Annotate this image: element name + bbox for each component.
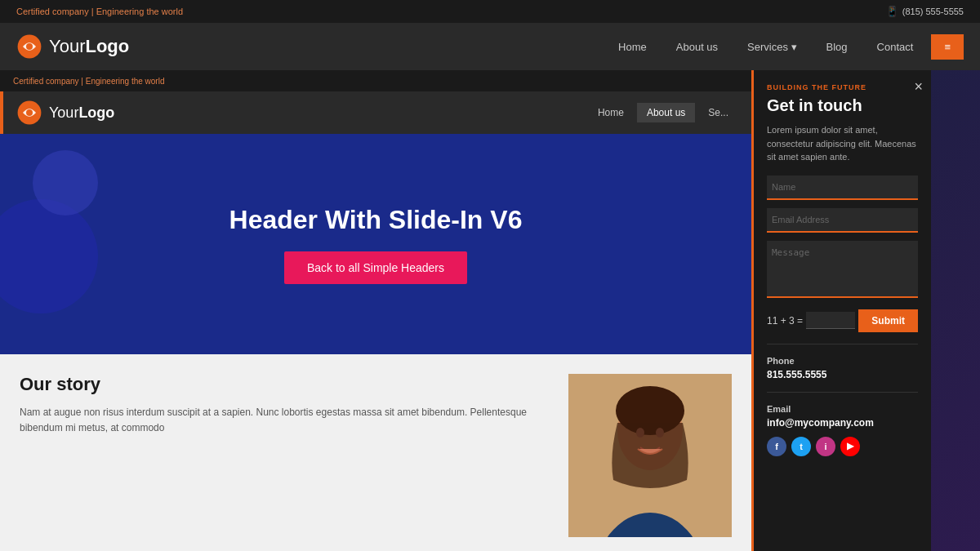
inner-logo[interactable]: YourLogo	[16, 100, 114, 126]
panel-description: Lorem ipsum dolor sit amet, consectetur …	[767, 123, 918, 164]
email-input[interactable]	[767, 208, 918, 233]
inner-company-text: Certified company | Engineering the worl…	[13, 77, 164, 86]
outer-phone: 📱 (815) 555-5555	[886, 6, 964, 17]
hero-cta-button[interactable]: Back to all Simple Headers	[284, 251, 467, 284]
outer-logo-text: YourLogo	[49, 36, 129, 57]
captcha-row: 11 + 3 = Submit	[767, 309, 918, 332]
phone-value: 815.555.5555	[767, 369, 918, 380]
content-title: Our story	[20, 374, 552, 395]
panel-close-button[interactable]: ×	[914, 78, 923, 96]
email-label: Email	[767, 404, 918, 414]
slide-in-panel: × BUILDING THE FUTURE Get in touch Lorem…	[751, 70, 931, 551]
name-input[interactable]	[767, 176, 918, 200]
inner-nav-about[interactable]: About us	[637, 103, 695, 122]
inner-nav-services[interactable]: Se...	[698, 103, 738, 122]
outer-nav-blog[interactable]: Blog	[815, 36, 859, 58]
outer-nav-services[interactable]: Services ▾	[736, 36, 808, 58]
outer-nav-bar: YourLogo Home About us Services ▾ Blog C…	[0, 23, 980, 70]
outer-nav-cta[interactable]: ≡	[931, 34, 964, 60]
website-preview: Certified company | Engineering the worl…	[0, 70, 751, 551]
svg-point-1	[26, 43, 33, 50]
content-body: Nam at augue non risus interdum suscipit…	[20, 405, 552, 436]
inner-logo-icon	[16, 100, 42, 126]
inner-logo-text: YourLogo	[49, 104, 114, 122]
twitter-icon[interactable]: t	[791, 437, 811, 456]
captcha-label: 11 + 3 =	[767, 315, 803, 327]
inner-nav-bar: YourLogo Home About us Se...	[0, 91, 751, 134]
captcha-input[interactable]	[806, 312, 855, 329]
hero-section: Header With Slide-In V6 Back to all Simp…	[0, 134, 751, 354]
logo-icon	[16, 33, 42, 60]
outer-company-text: Certified company | Engineering the worl…	[16, 7, 183, 16]
inner-nav-links: Home About us Se...	[588, 103, 738, 122]
content-section: Our story Nam at augue non risus interdu…	[0, 354, 751, 551]
phone-label: Phone	[767, 356, 918, 366]
panel-subtitle: BUILDING THE FUTURE	[767, 83, 918, 91]
svg-point-8	[636, 428, 644, 438]
hero-title: Header With Slide-In V6	[229, 205, 523, 235]
outer-nav-links: Home About us Services ▾ Blog Contact ≡	[607, 34, 964, 60]
outer-logo[interactable]: YourLogo	[16, 33, 129, 60]
inner-top-bar: Certified company | Engineering the worl…	[0, 70, 751, 91]
person-image	[568, 374, 732, 537]
submit-button[interactable]: Submit	[858, 309, 918, 332]
panel-divider	[767, 344, 918, 344]
social-icons: f t i ▶	[767, 437, 918, 456]
message-input[interactable]	[767, 241, 918, 298]
main-content: Certified company | Engineering the worl…	[0, 70, 980, 551]
facebook-icon[interactable]: f	[767, 437, 786, 456]
panel-divider-2	[767, 392, 918, 393]
youtube-icon[interactable]: ▶	[840, 437, 860, 456]
panel-title: Get in touch	[767, 96, 918, 115]
hero-circle-2	[33, 150, 98, 216]
email-value: info@mycompany.com	[767, 417, 918, 429]
instagram-icon[interactable]: i	[816, 437, 835, 456]
phone-icon: 📱	[886, 6, 898, 17]
panel-content: BUILDING THE FUTURE Get in touch Lorem i…	[754, 70, 931, 469]
inner-nav-home[interactable]: Home	[588, 103, 634, 122]
outer-nav-home[interactable]: Home	[607, 36, 658, 58]
content-text-area: Our story Nam at augue non risus interdu…	[20, 374, 568, 531]
svg-point-3	[26, 109, 33, 116]
hero-circle-1	[0, 199, 98, 313]
outer-top-bar: Certified company | Engineering the worl…	[0, 0, 980, 23]
outer-nav-about[interactable]: About us	[665, 36, 729, 58]
svg-point-9	[656, 428, 664, 438]
outer-nav-contact[interactable]: Contact	[866, 36, 925, 58]
content-image	[568, 374, 732, 537]
